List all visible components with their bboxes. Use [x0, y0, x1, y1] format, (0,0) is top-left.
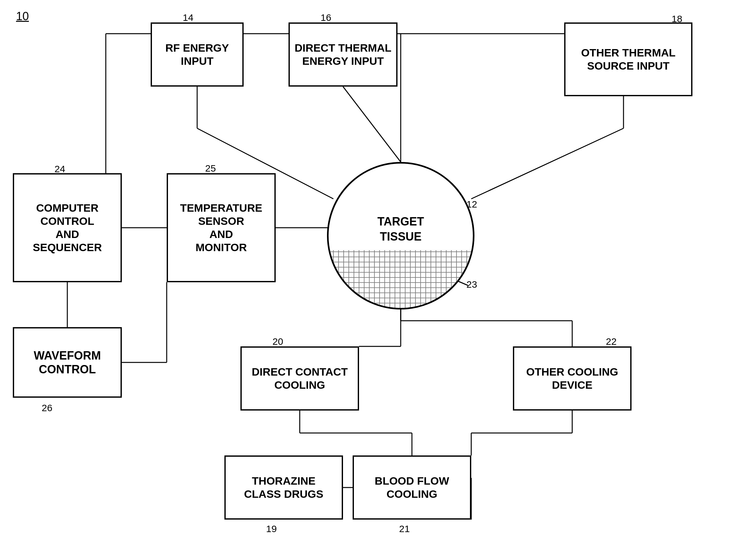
direct-contact-box: DIRECT CONTACTCOOLING — [240, 346, 359, 410]
blood-flow-num: 21 — [399, 523, 410, 534]
other-cooling-num: 22 — [606, 336, 616, 347]
svg-line-10 — [471, 128, 623, 199]
rf-energy-num: 14 — [183, 12, 193, 23]
target-num-23: 23 — [466, 279, 477, 290]
waveform-control-num: 26 — [42, 403, 52, 413]
svg-line-13 — [343, 87, 401, 162]
target-tissue-num: 12 — [466, 199, 477, 210]
waveform-control-box: WAVEFORMCONTROL — [13, 327, 122, 398]
ref-number-10: 10 — [16, 10, 29, 23]
thorazine-num: 19 — [266, 523, 277, 534]
crosshatch — [329, 250, 473, 308]
other-thermal-num: 18 — [672, 13, 682, 24]
computer-control-num: 24 — [55, 163, 65, 175]
computer-control-box: COMPUTERCONTROLANDSEQUENCER — [13, 173, 122, 282]
diagram: 10 — [0, 0, 745, 560]
target-tissue-circle: TARGETTISSUE — [327, 162, 475, 310]
thorazine-box: THORAZINECLASS DRUGS — [224, 456, 343, 520]
rf-energy-box: RF ENERGY INPUT — [151, 23, 244, 87]
blood-flow-box: BLOOD FLOWCOOLING — [353, 456, 471, 520]
other-thermal-box: OTHER THERMALSOURCE INPUT — [564, 23, 692, 96]
direct-thermal-num: 16 — [321, 12, 331, 23]
temp-sensor-box: TEMPERATURESENSORANDMONITOR — [167, 173, 276, 282]
direct-thermal-box: DIRECT THERMALENERGY INPUT — [289, 23, 397, 87]
target-tissue-label: TARGETTISSUE — [377, 215, 424, 243]
direct-contact-num: 20 — [272, 336, 283, 347]
temp-sensor-num: 25 — [205, 163, 216, 174]
other-cooling-box: OTHER COOLINGDEVICE — [513, 346, 631, 410]
